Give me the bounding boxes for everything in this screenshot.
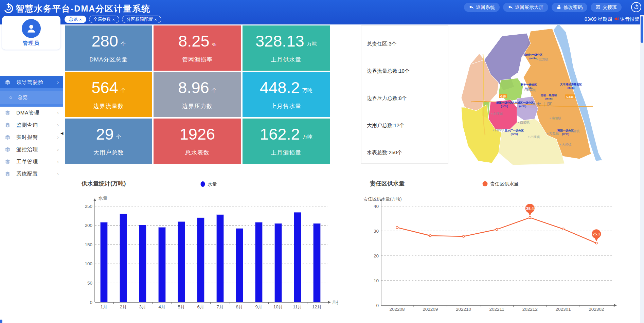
- bar-6月: [197, 218, 204, 302]
- map-town-label: 三龙镇: [539, 57, 549, 61]
- header-button-1[interactable]: 返回展示大屏: [503, 3, 548, 12]
- layers-icon: [5, 79, 11, 85]
- stat-value: 1926: [180, 126, 215, 142]
- stat-card-边界流量数: 564个边界流量数: [65, 72, 152, 117]
- sidebar-item-label: 漏控治理: [16, 146, 57, 153]
- divider: [0, 51, 63, 51]
- chevron-right-icon: ›: [57, 122, 59, 128]
- svg-text:4月: 4月: [158, 304, 165, 309]
- sidebar-item-漏控治理[interactable]: 漏控治理›: [0, 143, 63, 156]
- tab-全局参数[interactable]: 全局参数×: [89, 16, 120, 23]
- stat-value: 8.25: [178, 33, 209, 49]
- sidebar-item-监测查询[interactable]: 监测查询›: [0, 119, 63, 131]
- y-axis-title: 责任区供水量(万吨): [363, 196, 402, 201]
- svg-text:20: 20: [374, 253, 379, 258]
- stat-unit: 个: [121, 41, 126, 47]
- stat-card-大用户总数: 29个大用户总数: [65, 119, 152, 164]
- svg-text:(m³/h): (m³/h): [530, 57, 537, 60]
- svg-text:2月: 2月: [120, 304, 127, 309]
- header-button-label: 交接班: [603, 4, 617, 11]
- layers-icon: [5, 171, 11, 177]
- sidebar-item-实时报警[interactable]: 实时报警›: [0, 131, 63, 143]
- stat-value: 29: [96, 126, 114, 142]
- summary-item: 边界压力总数:8个: [367, 95, 407, 102]
- data-point-202211: [496, 229, 498, 231]
- svg-text:6月: 6月: [197, 304, 204, 309]
- svg-text:(m³/h): (m³/h): [562, 132, 569, 136]
- map-town-label: 万盈镇: [549, 131, 559, 135]
- header-buttons: 返回系统返回展示大屏修改密码交接班: [464, 3, 622, 12]
- header-button-0[interactable]: 返回系统: [464, 3, 500, 12]
- avatar: [22, 19, 41, 38]
- map-town-label: 草庙镇: [570, 129, 580, 133]
- scrollbar-thumb[interactable]: [641, 16, 643, 43]
- sidebar: 领导驾驶舱›总览DMA管理›监测查询›实时报警›漏控治理›工单管理›系统配置›: [0, 24, 63, 323]
- user-name: 管理员: [23, 40, 40, 47]
- chevron-right-icon: ›: [57, 110, 59, 115]
- tab-close-icon[interactable]: ×: [154, 17, 157, 22]
- summary-item: 水表总数:250个: [367, 149, 402, 156]
- header-button-2[interactable]: 修改密码: [552, 3, 587, 12]
- map-region-label: 四粉河一级分区: [523, 53, 542, 56]
- district-line-chart: 责任区供水量责任区供水量责任区供水量(万吨)010203040202208202…: [360, 175, 644, 315]
- svg-text:150: 150: [85, 242, 92, 247]
- sidebar-item-工单管理[interactable]: 工单管理›: [0, 156, 63, 168]
- chevron-right-icon: ›: [57, 147, 59, 152]
- summary-item: 总责任区:3个: [367, 41, 397, 47]
- reply-arrow-icon: [469, 4, 474, 11]
- stat-card-边界压力数: 8.96个边界压力数: [154, 72, 241, 117]
- svg-text:11月: 11月: [293, 304, 302, 309]
- power-button[interactable]: [631, 2, 641, 12]
- district-map[interactable]: G15G343四粉河一级分区(m³/h)新丰一级分区(m³/h)光明一级分区(m…: [450, 20, 643, 166]
- map-region-label: 大丰城区一级分区: [512, 101, 534, 104]
- legend-label: 责任区供水量: [490, 181, 519, 186]
- tab-总览[interactable]: 总览×: [65, 16, 86, 23]
- stat-value: 448.2: [260, 79, 300, 95]
- stat-card-上月漏损量: 162.2万吨上月漏损量: [243, 119, 330, 164]
- tab-close-icon[interactable]: ×: [112, 17, 115, 22]
- stat-card-DMA分区总量: 280个DMA分区总量: [65, 25, 152, 71]
- sidebar-collapse-icon[interactable]: ◀: [60, 130, 64, 136]
- stat-label: 边界压力数: [182, 102, 213, 110]
- submenu-item-总览[interactable]: 总览: [0, 91, 63, 104]
- sidebar-menu: 领导驾驶舱›总览DMA管理›监测查询›实时报警›漏控治理›工单管理›系统配置›: [0, 76, 63, 180]
- user-card: 管理员: [2, 16, 60, 50]
- data-point-202302: [595, 242, 597, 244]
- tab-close-icon[interactable]: ×: [79, 17, 82, 22]
- sidebar-item-领导驾驶舱[interactable]: 领导驾驶舱›: [0, 76, 63, 88]
- bar-9月: [255, 222, 263, 302]
- svg-text:100: 100: [85, 261, 92, 266]
- svg-text:8月: 8月: [236, 304, 243, 309]
- stat-label: DMA分区总量: [89, 56, 128, 64]
- svg-text:200: 200: [85, 223, 92, 228]
- lock-icon: [556, 4, 561, 11]
- scrollbar-track[interactable]: [640, 15, 644, 323]
- x-axis-title: 月份: [332, 300, 338, 305]
- layers-icon: [5, 110, 11, 116]
- summary-item: 大用户总数:12个: [367, 122, 405, 129]
- data-point-202210: [463, 235, 465, 237]
- map-town-label: 小海镇: [530, 135, 540, 139]
- road-label: G15: [500, 95, 506, 98]
- sidebar-item-DMA管理[interactable]: DMA管理›: [0, 107, 63, 119]
- svg-text:12月: 12月: [312, 304, 322, 309]
- y-axis-title: 水量: [99, 196, 107, 201]
- tab-分区权限配置[interactable]: 分区权限配置×: [122, 16, 161, 23]
- svg-text:0: 0: [376, 303, 379, 308]
- stat-unit: 个: [121, 87, 126, 94]
- bar-1月: [101, 222, 108, 302]
- svg-text:(m³/h): (m³/h): [568, 86, 575, 89]
- app-title: 智慧水务平台-DMA分区计量系统: [16, 3, 150, 14]
- svg-text:25.1: 25.1: [593, 232, 601, 236]
- chart-title: 供水量统计(万吨): [81, 180, 126, 187]
- map-region-label: 新丰一级分区: [520, 83, 537, 86]
- header-button-3[interactable]: 交接班: [591, 3, 622, 12]
- sidebar-item-系统配置[interactable]: 系统配置›: [0, 168, 63, 180]
- svg-text:35.4: 35.4: [526, 207, 534, 211]
- sidebar-item-label: 实时报警: [16, 134, 57, 141]
- power-icon: [633, 4, 639, 11]
- stat-unit: %: [212, 41, 216, 47]
- data-point-202212: [529, 217, 531, 219]
- map-region-label: 三水厂一级分区: [505, 129, 524, 132]
- bullet-icon: [10, 96, 12, 99]
